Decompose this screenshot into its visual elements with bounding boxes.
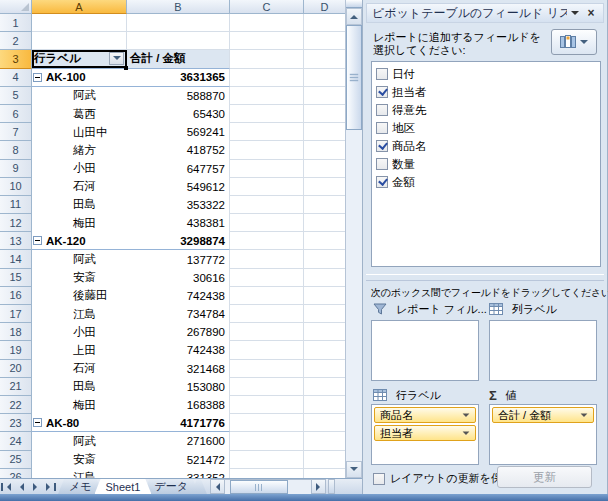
cell-col-d[interactable] [304, 414, 345, 432]
tab-split-handle[interactable] [328, 479, 335, 494]
cell-col-b[interactable]: 321468 [127, 360, 230, 378]
field-checkbox[interactable] [376, 176, 388, 188]
area-field-pill[interactable]: 商品名 [374, 407, 476, 423]
cell-col-a[interactable]: 田島 [32, 378, 127, 396]
cell-col-b[interactable]: 521472 [127, 451, 230, 469]
cell-col-b[interactable]: 742438 [127, 341, 230, 359]
cell-col-c[interactable] [230, 341, 304, 359]
vertical-scroll-track[interactable] [346, 25, 362, 461]
row-header[interactable]: 9 [0, 160, 32, 178]
cell-col-b[interactable]: 168388 [127, 396, 230, 414]
cell-col-a[interactable]: 田島 [32, 196, 127, 214]
row-header[interactable]: 4 [0, 69, 32, 87]
horizontal-scrollbar[interactable] [210, 479, 326, 494]
cell-col-c[interactable] [230, 141, 304, 159]
cell-col-b[interactable]: 267890 [127, 323, 230, 341]
cell-col-d[interactable] [304, 432, 345, 450]
row-header[interactable]: 14 [0, 250, 32, 268]
cell-col-a[interactable]: AK-80 [32, 414, 127, 432]
cell-col-d[interactable] [304, 69, 345, 87]
scroll-left-button[interactable] [210, 479, 225, 494]
cell-col-a[interactable]: 後藤田 [32, 287, 127, 305]
cell-col-c[interactable] [230, 123, 304, 141]
column-header[interactable]: B [127, 0, 230, 14]
vertical-scrollbar[interactable] [345, 0, 362, 478]
cell-col-d[interactable] [304, 360, 345, 378]
cell-col-d[interactable] [304, 451, 345, 469]
cell-col-c[interactable] [230, 269, 304, 287]
field-item[interactable]: 日付 [376, 65, 600, 83]
cell-col-a[interactable]: 阿武 [32, 432, 127, 450]
cell-col-b[interactable]: 153080 [127, 378, 230, 396]
cell-col-a[interactable]: 阿武 [32, 87, 127, 105]
next-sheet-button[interactable] [28, 479, 42, 494]
cell-col-c[interactable] [230, 160, 304, 178]
field-checkbox[interactable] [376, 122, 388, 134]
field-checkbox[interactable] [376, 86, 388, 98]
cell-col-a[interactable]: 小田 [32, 160, 127, 178]
cell-col-d[interactable] [304, 378, 345, 396]
column-header[interactable]: A [32, 0, 127, 14]
cell-col-c[interactable] [230, 323, 304, 341]
field-item[interactable]: 商品名 [376, 137, 600, 155]
cell-col-c[interactable] [230, 287, 304, 305]
cell-col-c[interactable] [230, 50, 304, 68]
row-header[interactable]: 5 [0, 87, 32, 105]
cell-col-a[interactable]: 行ラベル [32, 50, 127, 68]
cell-col-a[interactable]: 安斎 [32, 451, 127, 469]
cell-col-c[interactable] [230, 105, 304, 123]
cell-col-c[interactable] [230, 178, 304, 196]
cell-col-d[interactable] [304, 178, 345, 196]
field-checkbox[interactable] [376, 140, 388, 152]
close-icon[interactable]: × [583, 5, 599, 21]
cell-col-a[interactable]: 石河 [32, 360, 127, 378]
cell-col-b[interactable]: 569241 [127, 123, 230, 141]
cell-col-a[interactable]: AK-120 [32, 232, 127, 250]
cell-col-d[interactable] [304, 32, 345, 50]
cell-col-d[interactable] [304, 196, 345, 214]
row-header[interactable]: 8 [0, 141, 32, 159]
cell-col-d[interactable] [304, 141, 345, 159]
cell-col-d[interactable] [304, 396, 345, 414]
cell-col-a[interactable]: 石河 [32, 178, 127, 196]
cell-col-c[interactable] [230, 232, 304, 250]
cell-col-d[interactable] [304, 160, 345, 178]
column-header[interactable]: D [304, 0, 345, 14]
cell-col-c[interactable] [230, 196, 304, 214]
area-field-pill[interactable]: 合計 / 金額 [492, 407, 594, 423]
row-header[interactable]: 7 [0, 123, 32, 141]
row-header[interactable]: 15 [0, 269, 32, 287]
cell-col-c[interactable] [230, 87, 304, 105]
row-header[interactable]: 25 [0, 451, 32, 469]
defer-layout-checkbox[interactable] [373, 473, 385, 485]
cell-col-a[interactable]: 阿武 [32, 250, 127, 268]
row-header[interactable]: 11 [0, 196, 32, 214]
panel-splitter[interactable] [366, 274, 604, 281]
cell-col-b[interactable]: 647757 [127, 160, 230, 178]
cell-col-b[interactable] [127, 32, 230, 50]
cell-col-c[interactable] [230, 360, 304, 378]
row-header[interactable]: 21 [0, 378, 32, 396]
cell-col-c[interactable] [230, 378, 304, 396]
field-checkbox[interactable] [376, 68, 388, 80]
cell-col-c[interactable] [230, 214, 304, 232]
last-sheet-button[interactable] [42, 479, 56, 494]
cell-col-c[interactable] [230, 451, 304, 469]
cell-col-a[interactable]: 安斎 [32, 269, 127, 287]
cell-col-b[interactable]: 418752 [127, 141, 230, 159]
cell-col-b[interactable] [127, 14, 230, 32]
report-filter-area[interactable] [371, 320, 479, 381]
row-header[interactable]: 13 [0, 232, 32, 250]
cell-col-c[interactable] [230, 250, 304, 268]
field-item[interactable]: 得意先 [376, 101, 600, 119]
cell-col-a[interactable]: 江島 [32, 469, 127, 478]
cell-col-b[interactable]: 合計 / 金額 [127, 50, 230, 68]
values-area[interactable]: 合計 / 金額 [489, 404, 597, 465]
cell-col-c[interactable] [230, 305, 304, 323]
collapse-minus-icon[interactable] [33, 236, 42, 245]
column-labels-area[interactable] [489, 320, 597, 381]
cell-col-b[interactable]: 3298874 [127, 232, 230, 250]
row-header[interactable]: 22 [0, 396, 32, 414]
field-checkbox[interactable] [376, 104, 388, 116]
chevron-down-icon[interactable] [463, 413, 470, 420]
